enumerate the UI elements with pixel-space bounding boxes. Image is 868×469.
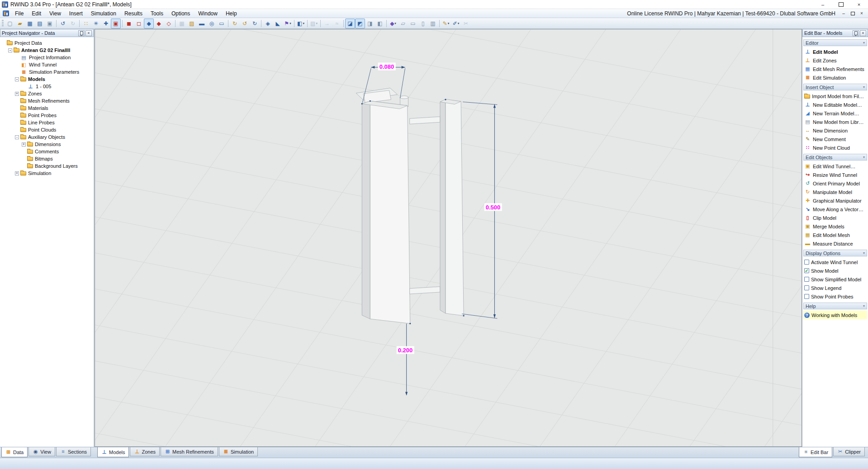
work-plane-button[interactable]: ✳ [91, 19, 101, 28]
mdi-close-button[interactable]: × [857, 9, 866, 17]
editbar-item[interactable]: Edit Model Mesh [803, 231, 867, 239]
tree-item[interactable]: - Antean G2 02 Finallll [0, 47, 94, 54]
editbar-item[interactable]: Resize Wind Tunnel [803, 171, 867, 179]
tree-item[interactable]: + Zones [0, 90, 94, 97]
menu-item[interactable]: Window [194, 9, 222, 18]
snap-points-button[interactable]: ∷ [81, 19, 91, 28]
tree-item[interactable]: + Simulation [0, 170, 94, 177]
save-button[interactable]: ▦ [25, 19, 35, 28]
new-file-button[interactable]: ▢ [5, 19, 15, 28]
hatch-display-button[interactable]: ▨▾ [309, 19, 319, 28]
print-button[interactable]: ▣ [45, 19, 55, 28]
tree-expander[interactable]: + [15, 171, 19, 175]
tree-item[interactable]: Materials [0, 104, 94, 112]
rotate-ccw-button[interactable]: ↺ [240, 19, 250, 28]
pin-button[interactable] [78, 30, 85, 36]
clip-face-left-button[interactable]: ▱ [398, 19, 408, 28]
view-direction-cube-button[interactable]: ◧▾ [296, 19, 306, 28]
tree-item[interactable]: Bitmaps [0, 155, 94, 162]
tree-item[interactable]: - Auxiliary Objects [0, 133, 94, 141]
viewport-tab[interactable]: Simulation [219, 447, 258, 456]
delete-model-button[interactable]: ◻ [134, 19, 144, 28]
section-header[interactable]: Help ▾ [803, 303, 867, 309]
panel-tab[interactable]: Edit Bar [799, 447, 832, 457]
view-plane-xy-button[interactable]: ◪ [345, 19, 355, 28]
clear-view-button[interactable]: ◧ [375, 19, 385, 28]
tree-item[interactable]: Project Information [0, 54, 94, 61]
editbar-item[interactable]: Move Along a Vector… [803, 205, 867, 213]
editbar-item[interactable]: New Point Cloud [803, 143, 867, 152]
tree-expander[interactable]: - [15, 135, 19, 139]
editbar-item[interactable]: Graphical Manipulator [803, 196, 867, 205]
editbar-item[interactable]: Manipulate Model [803, 188, 867, 196]
editbar-item[interactable]: Show Legend [803, 284, 867, 292]
mdi-restore-button[interactable] [848, 9, 857, 17]
mdi-minimize-button[interactable]: – [839, 9, 848, 17]
tree-item[interactable]: + Dimensions [0, 141, 94, 148]
clip-face-front-button[interactable]: ▯ [418, 19, 428, 28]
editbar-item[interactable]: Show Model [803, 266, 867, 275]
isometric-view-button[interactable]: ◈ [263, 19, 273, 28]
redo-button[interactable]: ↻ [68, 19, 78, 28]
tree-item[interactable]: Point Probes [0, 112, 94, 119]
display-flags-button[interactable]: ⚑▾ [283, 19, 293, 28]
editbar-item[interactable]: Activate Wind Tunnel [803, 258, 867, 266]
editbar-close-button[interactable]: × [860, 30, 866, 36]
tree-item[interactable]: Background Layers [0, 162, 94, 170]
message-window-button[interactable]: ▭ [217, 19, 227, 28]
navigator-tab[interactable]: Sections [56, 447, 91, 456]
tree-item[interactable]: 1 - 005 [0, 83, 94, 90]
menu-item[interactable]: Simulation [87, 9, 120, 18]
section-header[interactable]: Insert Object ▾ [803, 84, 867, 90]
rotate-cw-button[interactable]: ↻ [230, 19, 240, 28]
edit-mesh-button[interactable]: ◇ [164, 19, 174, 28]
menu-item[interactable]: Results [120, 9, 147, 18]
viewport-tab[interactable]: Mesh Refinements [161, 447, 218, 456]
editbar-item[interactable]: Edit Wind Tunnel… [803, 162, 867, 171]
project-info-button[interactable]: ▤ [35, 19, 45, 28]
menu-item[interactable]: File [11, 9, 28, 18]
menu-item[interactable]: Insert [65, 9, 87, 18]
editbar-item[interactable]: Import Model from Fil… [803, 92, 867, 100]
editbar-item[interactable]: Edit Simulation [803, 73, 867, 82]
close-button[interactable]: × [850, 0, 868, 9]
navigator-close-button[interactable]: × [85, 30, 92, 36]
clipping-box-button[interactable]: ◆▾ [388, 19, 398, 28]
tree-item[interactable]: Point Clouds [0, 126, 94, 133]
editbar-item[interactable]: Working with Models [803, 311, 867, 319]
editbar-item[interactable]: Measure Distance [803, 239, 867, 248]
tree-item[interactable]: Project Data [0, 39, 94, 47]
tree-expander[interactable]: - [15, 77, 19, 81]
section-header[interactable]: Editor ▾ [803, 39, 867, 46]
section-header[interactable]: Edit Objects ▾ [803, 154, 867, 161]
minimize-button[interactable]: – [814, 0, 832, 9]
export-image-button[interactable]: ▦ [177, 19, 187, 28]
menu-item[interactable]: Help [222, 9, 241, 18]
editbar-item[interactable]: Show Simplified Model [803, 275, 867, 284]
perspective-view-button[interactable]: ◣ [273, 19, 283, 28]
editbar-item[interactable]: Orient Primary Model [803, 179, 867, 188]
editbar-item[interactable]: New Editable Model… [803, 100, 867, 109]
toolbar-grip[interactable] [2, 20, 4, 27]
editbar-item[interactable]: Merge Models [803, 222, 867, 231]
result-vectors-button[interactable]: → [322, 19, 332, 28]
editbar-item[interactable]: New Model from Libr… [803, 118, 867, 126]
show-model-button[interactable]: ◼ [124, 19, 134, 28]
cut-tool-button[interactable]: ✂ [461, 19, 471, 28]
annotation-edit-button[interactable]: ✎▾ [441, 19, 451, 28]
tree-expander[interactable]: - [8, 48, 12, 52]
editbar-item[interactable]: Edit Model [803, 47, 867, 56]
edit-model-button[interactable]: ◆ [144, 19, 154, 28]
menu-item[interactable]: View [45, 9, 65, 18]
viewport-tab[interactable]: Zones [130, 447, 160, 456]
tree-expander[interactable]: + [22, 142, 26, 147]
tree-item[interactable]: Line Probes [0, 119, 94, 126]
editbar-item[interactable]: Edit Mesh Refinements [803, 65, 867, 73]
editbar-item[interactable]: Clip Model [803, 213, 867, 222]
open-button[interactable]: ▰ [15, 19, 25, 28]
clip-face-back-button[interactable]: ▥ [428, 19, 438, 28]
edit-zones-button[interactable]: ◆ [154, 19, 164, 28]
pin-button[interactable] [853, 30, 859, 36]
axes-cross-button[interactable]: ✚ [101, 19, 111, 28]
tree-expander[interactable]: + [15, 92, 19, 96]
